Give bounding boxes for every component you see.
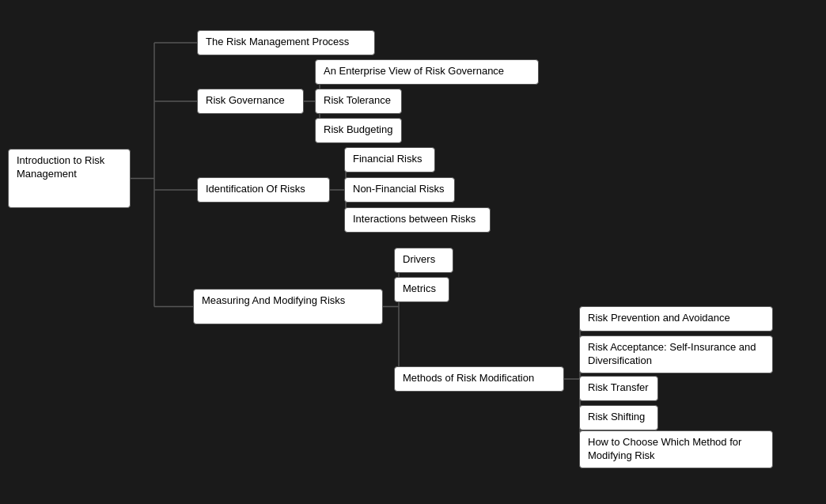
node-drivers: Drivers <box>394 248 453 273</box>
node-riskMgmtProcess: The Risk Management Process <box>197 30 375 55</box>
node-riskAcceptanceSelfInsurance: Risk Acceptance: Self-Insurance and Dive… <box>579 335 773 373</box>
node-howToChoose: How to Choose Which Method for Modifying… <box>579 430 773 468</box>
node-financialRisks: Financial Risks <box>344 147 435 172</box>
node-measuringAndModifyingRisks: Measuring And Modifying Risks <box>193 289 383 324</box>
node-riskBudgeting: Risk Budgeting <box>315 118 402 143</box>
node-riskTransfer: Risk Transfer <box>579 376 658 401</box>
node-riskPreventionAvoidance: Risk Prevention and Avoidance <box>579 306 773 332</box>
node-root: Introduction to Risk Management <box>8 149 131 208</box>
node-riskGovernance: Risk Governance <box>197 89 304 114</box>
node-nonFinancialRisks: Non-Financial Risks <box>344 177 455 203</box>
node-interactionsBetweenRisks: Interactions between Risks <box>344 207 491 233</box>
node-identificationOfRisks: Identification Of Risks <box>197 177 330 203</box>
node-metrics: Metrics <box>394 277 449 302</box>
node-riskTolerance: Risk Tolerance <box>315 89 402 114</box>
node-methodsOfRiskModification: Methods of Risk Modification <box>394 366 564 392</box>
node-riskShifting: Risk Shifting <box>579 405 658 430</box>
node-enterpriseView: An Enterprise View of Risk Governance <box>315 59 539 85</box>
mindmap-container: Introduction to Risk ManagementThe Risk … <box>0 0 826 504</box>
